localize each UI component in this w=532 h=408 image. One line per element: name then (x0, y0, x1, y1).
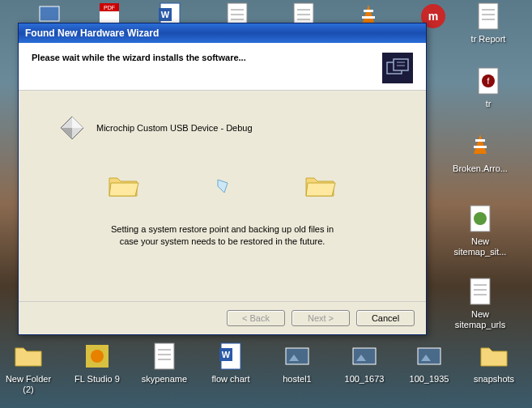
svg-text:W: W (161, 10, 170, 19)
svg-marker-59 (218, 180, 228, 193)
icon-label: tr Report (460, 34, 517, 45)
svg-rect-33 (470, 278, 490, 304)
icon-label: New sitemap_sit... (452, 236, 509, 257)
file-icon (464, 130, 496, 162)
back-button[interactable]: < Back (227, 310, 285, 326)
svg-rect-46 (286, 348, 309, 364)
file-icon (472, 0, 504, 32)
svg-rect-48 (353, 348, 376, 364)
desktop-icon[interactable]: Wflow chart (202, 340, 259, 385)
desktop-icon[interactable]: Broken.Arro... (452, 130, 509, 174)
svg-rect-39 (155, 343, 174, 369)
icon-label: FL Studio 9 (69, 374, 126, 385)
icon-label: hostel1 (269, 374, 326, 385)
svg-rect-50 (418, 348, 440, 364)
file-icon (464, 202, 496, 235)
svg-marker-16 (362, 5, 375, 24)
desktop-icon[interactable]: 100_1935 (401, 340, 458, 385)
desktop: PDFWmtr ReportftrBroken.Arro...New sitem… (0, 0, 532, 408)
file-icon (413, 340, 445, 372)
icon-label: 100_1935 (401, 374, 458, 385)
desktop-icon[interactable]: skypename (136, 340, 193, 385)
desktop-icon[interactable]: snapshots (466, 340, 522, 385)
svg-rect-0 (40, 6, 59, 21)
desktop-icon[interactable]: hostel1 (269, 340, 326, 385)
icon-label: Broken.Arro... (452, 164, 509, 174)
desktop-icon[interactable]: 100_1673 (336, 340, 393, 385)
desktop-icon[interactable]: New Folder (2) (0, 340, 57, 395)
wizard-header: Please wait while the wizard installs th… (19, 43, 426, 91)
desktop-icon[interactable]: New sitemap_urls (452, 275, 509, 330)
dest-folder-icon (304, 173, 337, 199)
wizard-subtitle: Please wait while the wizard installs th… (32, 53, 246, 62)
file-icon (81, 340, 113, 372)
file-icon (348, 340, 381, 372)
icon-label: flow chart (202, 374, 259, 385)
status-text: Setting a system restore point and backi… (59, 223, 385, 249)
desktop-icon[interactable]: tr Report (460, 0, 517, 45)
icon-label: New sitemap_urls (452, 309, 509, 330)
svg-rect-30 (474, 146, 487, 148)
file-icon (148, 340, 181, 372)
file-icon (464, 275, 496, 308)
cancel-button[interactable]: Cancel (356, 310, 415, 326)
svg-rect-18 (362, 16, 375, 19)
file-icon: f (472, 65, 504, 97)
flying-paper-icon (216, 178, 229, 194)
svg-rect-29 (475, 139, 485, 142)
svg-marker-28 (474, 134, 487, 154)
desktop-icon[interactable]: ftr (460, 65, 517, 109)
device-name-label: Microchip Custom USB Device - Debug (96, 123, 253, 133)
svg-rect-21 (479, 3, 498, 29)
svg-text:W: W (222, 350, 231, 359)
desktop-icon[interactable]: FL Studio 9 (69, 340, 126, 385)
wizard-content: Microchip Custom USB Device - Debug (19, 91, 426, 301)
file-icon: W (215, 340, 247, 372)
wizard-button-row: < Back Next > Cancel (19, 301, 426, 334)
next-button[interactable]: Next > (292, 310, 350, 326)
svg-rect-17 (364, 10, 373, 12)
hardware-wizard-dialog: Found New Hardware Wizard Please wait wh… (18, 23, 427, 335)
wizard-titlebar[interactable]: Found New Hardware Wizard (19, 23, 426, 43)
icon-label: snapshots (466, 374, 522, 385)
icon-label: skypename (136, 374, 193, 385)
file-icon (478, 340, 510, 372)
svg-rect-53 (394, 59, 408, 70)
svg-point-32 (474, 212, 487, 225)
svg-point-38 (91, 350, 104, 363)
svg-text:PDF: PDF (104, 5, 115, 11)
hardware-header-icon (382, 53, 413, 83)
svg-text:m: m (428, 10, 438, 23)
file-icon (12, 340, 45, 372)
source-folder-icon (108, 173, 140, 199)
icon-label: 100_1673 (336, 374, 393, 385)
device-diamond-icon (59, 115, 85, 141)
wizard-title-text: Found New Hardware Wizard (25, 28, 159, 39)
icon-label: tr (460, 99, 517, 109)
file-icon (281, 340, 313, 372)
icon-label: New Folder (2) (0, 374, 57, 395)
copy-animation (59, 173, 385, 199)
desktop-icon[interactable]: New sitemap_sit... (452, 202, 509, 257)
svg-text:f: f (487, 77, 490, 86)
